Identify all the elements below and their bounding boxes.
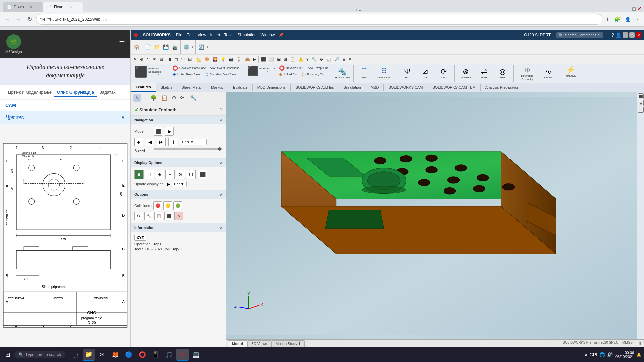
- collision-btn-1[interactable]: 🔴: [153, 201, 162, 210]
- viewport-content[interactable]: X Y Z ⬛ ▣ ◻: [226, 92, 644, 339]
- speed-slider[interactable]: [154, 148, 223, 150]
- tab-markup[interactable]: Markup: [206, 84, 228, 91]
- display-opt-1[interactable]: ■: [134, 170, 144, 179]
- sw-search-bar[interactable]: 🔍 Search Commands ⊕: [556, 32, 603, 38]
- tb-dd2[interactable]: ▼: [206, 46, 209, 49]
- panel-icon-tree[interactable]: 🌳: [149, 94, 158, 102]
- tb-scene[interactable]: 🌄: [211, 57, 219, 62]
- refresh-button[interactable]: ↻: [25, 15, 34, 24]
- display-opt-5[interactable]: ⊘: [176, 170, 185, 179]
- tb-more-2[interactable]: ⬜: [268, 57, 275, 62]
- taskbar-network[interactable]: 🌐: [599, 352, 605, 357]
- play-next-btn[interactable]: ⏭: [157, 138, 166, 146]
- tb-settings[interactable]: ⚙️: [182, 44, 191, 50]
- panel-icon-list[interactable]: ≡: [142, 94, 148, 102]
- coll-icon-4[interactable]: ⬛: [164, 212, 173, 220]
- wrap-button[interactable]: ⟳ Wrap: [435, 65, 453, 82]
- display-opt-3[interactable]: ◈: [155, 170, 164, 179]
- taskbar-item-task-view[interactable]: ⬚: [69, 349, 81, 361]
- information-header[interactable]: Information ∧: [131, 223, 226, 232]
- menu-file[interactable]: File: [176, 33, 182, 37]
- tb-select[interactable]: ↖: [132, 57, 138, 62]
- tb-more-4[interactable]: ⊞: [282, 57, 288, 62]
- tab-0[interactable]: 📄 Down... ✕: [3, 2, 43, 12]
- panel-icon-config[interactable]: ⚙: [170, 94, 178, 102]
- tab-sketch[interactable]: Sketch: [156, 84, 177, 91]
- tb-more-11[interactable]: 🔎: [333, 57, 341, 62]
- instant3d-button[interactable]: ⚡ Instant3D: [561, 65, 580, 79]
- panel-icon-select[interactable]: ↖: [133, 94, 141, 102]
- help-icon[interactable]: ?: [611, 32, 614, 38]
- coll-icon-2[interactable]: 🔧: [144, 212, 153, 220]
- lofted-boss-button[interactable]: ◈ Lofted Boss/Base: [170, 71, 202, 77]
- nav-gfunc[interactable]: Опис G функција: [54, 88, 97, 97]
- collision-btn-2[interactable]: 🟡: [163, 201, 172, 210]
- tb-home[interactable]: 🏠: [132, 44, 141, 50]
- tb-more-1[interactable]: ⬛: [260, 57, 267, 62]
- sw-close[interactable]: ✕: [636, 32, 641, 38]
- tab-0-close[interactable]: ✕: [30, 5, 32, 9]
- tb-live[interactable]: ▶: [252, 57, 257, 62]
- tb-rebuild[interactable]: 🔄: [197, 44, 205, 50]
- swept-cut-button[interactable]: 〰️ Swept Cut: [306, 65, 330, 71]
- menu-pin[interactable]: 📌: [279, 33, 284, 37]
- tb-view[interactable]: 👁: [151, 57, 158, 62]
- extensions-button[interactable]: 🧩: [613, 15, 622, 23]
- shell-button[interactable]: ◎ Shell: [493, 65, 512, 82]
- tb-open[interactable]: 📁: [153, 44, 161, 50]
- menu-view[interactable]: View: [198, 33, 206, 37]
- tb-more-12[interactable]: ⊟: [341, 57, 347, 62]
- user-icon[interactable]: 👤: [615, 32, 621, 38]
- taskbar-item-media[interactable]: 🎵: [163, 349, 175, 361]
- tab-nav-back[interactable]: ‹: [356, 7, 357, 12]
- tab-1[interactable]: 📄 Почет... ✕: [43, 2, 83, 12]
- tb-more-5[interactable]: 📋: [289, 57, 297, 62]
- tb-light[interactable]: 💡: [219, 57, 227, 62]
- display-opt-2[interactable]: □: [145, 170, 154, 179]
- url-bar[interactable]: file:///F:/Skolska_2021_2022/Web... ☆: [36, 14, 602, 25]
- start-button[interactable]: ⊞: [3, 350, 13, 360]
- speed-thumb[interactable]: [218, 147, 221, 151]
- options-header[interactable]: Options ∧: [131, 190, 226, 199]
- play-back-btn[interactable]: ◀: [146, 138, 154, 146]
- taskbar-volume[interactable]: 🔊: [607, 352, 613, 357]
- panel-check-icon[interactable]: ✓: [134, 106, 139, 113]
- coll-icon-3[interactable]: 📋: [154, 212, 163, 220]
- tab-sheet-metal[interactable]: Sheet Metal: [177, 84, 207, 91]
- panel-icon-display[interactable]: 👁: [179, 94, 187, 102]
- play-prev-btn[interactable]: ⏮: [134, 138, 143, 146]
- fillet-button[interactable]: ⌒ Fillet: [355, 65, 374, 82]
- mode-btn-2[interactable]: ▶: [165, 127, 174, 136]
- lofted-cut-button[interactable]: ◈ Lofted Cut: [277, 71, 299, 77]
- coll-stop[interactable]: ✕: [174, 212, 183, 220]
- taskbar-item-explorer[interactable]: 📁: [83, 349, 95, 361]
- linear-pattern-button[interactable]: ⠿ Linear Pattern: [374, 65, 394, 82]
- taskbar-up-icon[interactable]: ∧: [584, 352, 588, 357]
- taskbar-item-mail[interactable]: ✉: [96, 349, 108, 361]
- tb-zoom[interactable]: ⊕: [139, 57, 145, 62]
- hamburger-menu[interactable]: ☰: [119, 40, 125, 48]
- tab-analysis[interactable]: Analysis Preparation: [481, 84, 524, 91]
- bookmark-icon[interactable]: ☆: [104, 17, 108, 22]
- tb-section[interactable]: ▦: [158, 57, 165, 62]
- revolved-boss-button[interactable]: ⭕ Revolved Boss/Base: [170, 65, 208, 71]
- panel-icon-prop[interactable]: 📋: [160, 94, 169, 102]
- rib-button[interactable]: Ψ Rib: [398, 65, 416, 82]
- extruded-cut-button[interactable]: ⬛ Extruded Cut ▼: [245, 65, 277, 82]
- tb-walk[interactable]: 🚶: [235, 57, 243, 62]
- tab-features[interactable]: Features: [131, 83, 156, 92]
- drawing-section-header[interactable]: Цртеж: ∧: [0, 111, 130, 124]
- boundary-cut-button[interactable]: ⬡ Boundary Cut: [300, 71, 326, 77]
- tb-display-2[interactable]: ◻: [173, 57, 179, 62]
- taskbar-item-chrome[interactable]: ⭕: [136, 349, 148, 361]
- swept-boss-button[interactable]: 〰️ Swept Boss/Base: [208, 65, 241, 71]
- tb-rotate[interactable]: ↻: [145, 57, 151, 62]
- menu-insert[interactable]: Insert: [210, 33, 220, 37]
- intersect-button[interactable]: ⊗ Intersect: [457, 65, 475, 82]
- tab-nav-more[interactable]: ⌄: [358, 7, 362, 12]
- reference-geometry-button[interactable]: ⊕ Reference Geometry: [515, 65, 539, 82]
- taskbar-item-edge[interactable]: 🔵: [123, 349, 135, 361]
- tb-more-10[interactable]: 📊: [325, 57, 333, 62]
- tb-display-3[interactable]: ⬚: [180, 57, 186, 62]
- taskbar-time[interactable]: 00:06 03/10/2021: [615, 351, 634, 359]
